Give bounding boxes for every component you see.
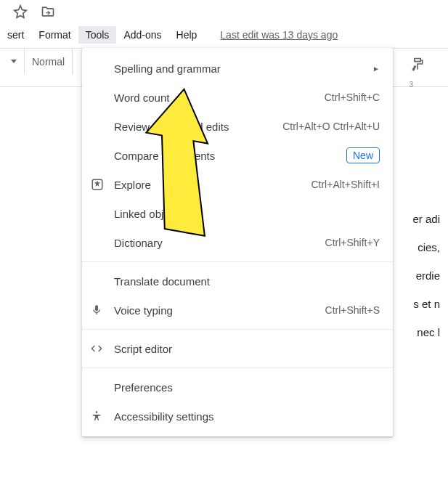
- menu-item-label: Explore: [114, 179, 311, 191]
- submenu-arrow-icon: ►: [372, 65, 380, 73]
- accessibility-icon: [91, 410, 114, 422]
- ruler-mark-3: 3: [409, 81, 413, 89]
- styles-label: Normal: [32, 56, 65, 68]
- menu-addons[interactable]: Add-ons: [116, 26, 168, 44]
- menu-item-label: Linked objects: [114, 208, 380, 220]
- menu-word-count[interactable]: Word count Ctrl+Shift+C: [82, 83, 393, 112]
- menu-item-label: Accessibility settings: [114, 410, 380, 423]
- microphone-icon: [91, 304, 114, 316]
- last-edit-link[interactable]: Last edit was 13 days ago: [220, 29, 338, 41]
- menu-review-suggested-edits[interactable]: Review suggested edits Ctrl+Alt+O Ctrl+A…: [82, 112, 393, 141]
- tools-dropdown-menu: Spelling and grammar ► Word count Ctrl+S…: [82, 48, 393, 436]
- menu-format[interactable]: Format: [31, 26, 78, 44]
- menu-item-label: Preferences: [114, 381, 380, 394]
- menu-item-label: Translate document: [114, 275, 380, 288]
- menu-separator: [82, 261, 393, 262]
- menu-item-label: Voice typing: [114, 304, 325, 317]
- menu-item-label: Dictionary: [114, 237, 325, 249]
- menu-script-editor[interactable]: Script editor: [82, 334, 393, 363]
- menu-item-label: Review suggested edits: [114, 121, 282, 133]
- menu-voice-typing[interactable]: Voice typing Ctrl+Shift+S: [82, 296, 393, 325]
- new-badge: New: [346, 147, 380, 163]
- menu-shortcut: Ctrl+Shift+S: [325, 304, 380, 316]
- menu-help[interactable]: Help: [169, 26, 205, 44]
- menu-item-label: Compare documents: [114, 150, 346, 162]
- code-icon: [91, 343, 114, 354]
- menu-dictionary[interactable]: Dictionary Ctrl+Shift+Y: [82, 228, 393, 257]
- styles-dropdown[interactable]: Normal: [25, 49, 73, 74]
- menu-linked-objects[interactable]: Linked objects: [82, 199, 393, 228]
- menu-insert[interactable]: sert: [0, 26, 31, 44]
- explore-icon: [91, 178, 114, 191]
- menu-shortcut: Ctrl+Shift+C: [325, 92, 380, 103]
- paint-format-icon[interactable]: [410, 57, 425, 71]
- menu-shortcut: Ctrl+Shift+Y: [325, 237, 380, 248]
- menu-separator: [82, 329, 393, 330]
- menu-bar: sert Format Tools Add-ons Help Last edit…: [0, 23, 448, 48]
- menu-compare-documents[interactable]: Compare documents New: [82, 141, 393, 170]
- menu-spelling-grammar[interactable]: Spelling and grammar ►: [82, 54, 393, 83]
- star-icon[interactable]: [13, 4, 28, 19]
- menu-separator: [82, 367, 393, 368]
- menu-accessibility-settings[interactable]: Accessibility settings: [82, 402, 393, 431]
- menu-shortcut: Ctrl+Alt+Shift+I: [311, 179, 380, 190]
- menu-item-label: Word count: [114, 92, 325, 104]
- svg-point-1: [96, 411, 98, 413]
- move-folder-icon[interactable]: [41, 4, 55, 19]
- menu-translate-document[interactable]: Translate document: [82, 267, 393, 296]
- menu-explore[interactable]: Explore Ctrl+Alt+Shift+I: [82, 170, 393, 199]
- menu-shortcut: Ctrl+Alt+O Ctrl+Alt+U: [282, 121, 380, 132]
- menu-item-label: Spelling and grammar: [114, 62, 372, 75]
- menu-tools[interactable]: Tools: [78, 26, 117, 44]
- menu-preferences[interactable]: Preferences: [82, 373, 393, 402]
- menu-item-label: Script editor: [114, 343, 380, 355]
- toolbar-seg-a[interactable]: s: [0, 49, 25, 74]
